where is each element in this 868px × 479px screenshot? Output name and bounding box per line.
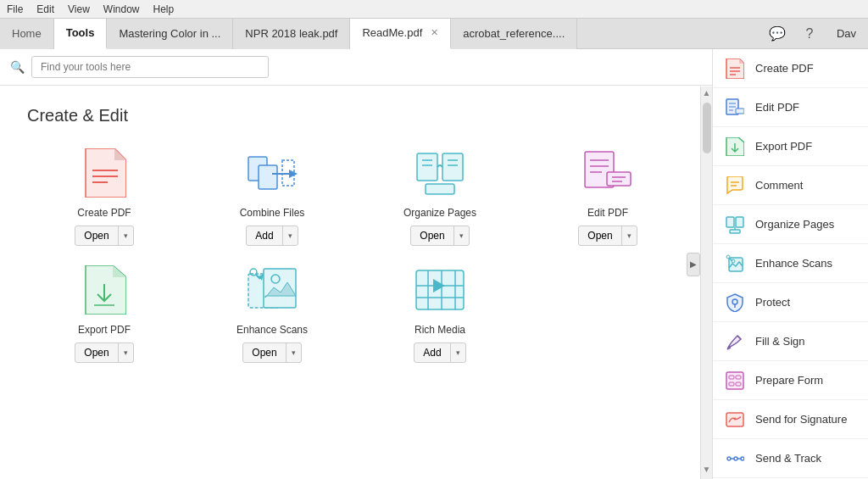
panel-export-pdf-icon — [725, 136, 745, 157]
panel-item-export-pdf[interactable]: Export PDF — [713, 127, 868, 166]
tool-item-edit-pdf: Edit PDF Open ▾ — [531, 146, 685, 246]
svg-point-60 — [726, 255, 730, 259]
tab-npr-label: NPR 2018 leak.pdf — [245, 27, 337, 40]
organize-pages-btn-label: Open — [411, 230, 453, 242]
menu-view[interactable]: View — [68, 3, 90, 15]
svg-rect-6 — [259, 165, 277, 189]
help-button[interactable]: ? — [796, 24, 823, 44]
enhance-scans-name: Enhance Scans — [236, 324, 308, 336]
create-pdf-btn-arrow[interactable]: ▾ — [118, 226, 133, 245]
combine-files-btn[interactable]: Add ▾ — [246, 226, 298, 246]
panel-item-prepare-form[interactable]: Prepare Form — [713, 361, 868, 400]
menu-file[interactable]: File — [7, 3, 23, 15]
tab-nav: Home Tools Mastering Color in ... NPR 20… — [0, 19, 577, 48]
tool-item-export-pdf: Export PDF Open ▾ — [27, 263, 181, 363]
tab-bar: Home Tools Mastering Color in ... NPR 20… — [0, 19, 868, 49]
panel-item-fill-sign[interactable]: Fill & Sign — [713, 322, 868, 361]
panel-item-edit-pdf[interactable]: Edit PDF — [713, 88, 868, 127]
scroll-track: ▲ ▼ — [700, 86, 712, 479]
combine-files-name: Combine Files — [240, 207, 305, 219]
panel-item-send-signature[interactable]: Send for Signature — [713, 400, 868, 439]
tab-readme-close[interactable]: ✕ — [431, 27, 438, 38]
tab-home[interactable]: Home — [0, 19, 54, 49]
tool-item-rich-media: Rich Media Add ▾ — [363, 263, 517, 363]
tool-grid: Create PDF Open ▾ — [27, 146, 685, 363]
right-panel: Create PDF Edit PDF — [712, 49, 868, 479]
scroll-up-arrow[interactable]: ▲ — [701, 86, 712, 99]
create-pdf-btn-label: Open — [75, 230, 117, 242]
rich-media-btn[interactable]: Add ▾ — [414, 343, 465, 363]
tab-readme-label: ReadMe.pdf — [362, 26, 422, 39]
edit-pdf-btn[interactable]: Open ▾ — [578, 226, 637, 246]
panel-edit-pdf-icon — [725, 97, 745, 118]
combine-files-icon — [245, 146, 299, 200]
collapse-panel-btn[interactable]: ▶ — [687, 253, 700, 276]
organize-pages-btn-arrow[interactable]: ▾ — [453, 226, 469, 245]
export-pdf-btn-label: Open — [75, 347, 117, 359]
menu-edit[interactable]: Edit — [36, 3, 54, 15]
panel-comment-icon — [725, 175, 745, 196]
tab-npr[interactable]: NPR 2018 leak.pdf — [233, 19, 350, 49]
tab-mastering-label: Mastering Color in ... — [119, 27, 220, 40]
user-button[interactable]: Dav — [828, 27, 865, 40]
edit-pdf-btn-arrow[interactable]: ▾ — [621, 226, 637, 245]
enhance-scans-btn-arrow[interactable]: ▾ — [286, 343, 301, 362]
chat-button[interactable]: 💬 — [764, 24, 791, 44]
panel-enhance-scans-icon — [725, 253, 745, 274]
search-icon: 🔍 — [10, 60, 25, 74]
create-pdf-btn[interactable]: Open ▾ — [75, 226, 133, 246]
export-pdf-btn-arrow[interactable]: ▾ — [118, 343, 133, 362]
tab-acrobat[interactable]: acrobat_reference.... — [451, 19, 577, 49]
content-area: 🔍 Create & Edit — [0, 49, 712, 479]
svg-rect-66 — [726, 372, 743, 389]
panel-fill-sign-icon — [725, 331, 745, 352]
search-bar: 🔍 — [0, 49, 712, 86]
panel-send-signature-icon — [725, 409, 745, 430]
panel-prepare-form-label: Prepare Form — [755, 374, 823, 387]
panel-send-track-icon — [725, 448, 745, 469]
svg-rect-56 — [730, 230, 740, 233]
scroll-down-arrow[interactable]: ▼ — [701, 463, 712, 476]
svg-rect-55 — [736, 217, 743, 227]
panel-item-comment[interactable]: Comment — [713, 166, 868, 205]
panel-enhance-scans-label: Enhance Scans — [755, 257, 832, 270]
svg-point-74 — [734, 457, 737, 460]
export-pdf-name: Export PDF — [78, 324, 131, 336]
panel-send-track-label: Send & Track — [755, 452, 821, 465]
menu-window[interactable]: Window — [103, 3, 140, 15]
tab-tools[interactable]: Tools — [54, 19, 108, 49]
svg-rect-11 — [442, 153, 463, 181]
svg-point-73 — [727, 457, 731, 460]
panel-item-create-pdf[interactable]: Create PDF — [713, 49, 868, 88]
main-layout: 🔍 Create & Edit — [0, 49, 868, 479]
panel-protect-icon — [725, 292, 745, 313]
create-pdf-icon — [77, 146, 131, 200]
panel-create-pdf-icon — [725, 58, 745, 79]
panel-comment-label: Comment — [755, 179, 803, 192]
edit-pdf-btn-label: Open — [579, 230, 620, 242]
combine-files-btn-arrow[interactable]: ▾ — [282, 226, 298, 245]
enhance-scans-btn[interactable]: Open ▾ — [242, 343, 301, 363]
svg-rect-21 — [607, 172, 631, 186]
rich-media-icon — [413, 263, 467, 317]
edit-pdf-icon — [581, 146, 635, 200]
panel-item-protect[interactable]: Protect — [713, 283, 868, 322]
tab-home-label: Home — [12, 27, 42, 40]
panel-item-organize-pages[interactable]: Organize Pages — [713, 205, 868, 244]
scroll-thumb[interactable] — [703, 103, 711, 153]
search-input[interactable] — [31, 56, 269, 78]
panel-item-enhance-scans[interactable]: Enhance Scans — [713, 244, 868, 283]
menu-help[interactable]: Help — [153, 3, 175, 15]
panel-item-send-track[interactable]: Send & Track — [713, 439, 868, 478]
enhance-scans-btn-label: Open — [243, 347, 285, 359]
svg-marker-9 — [289, 170, 298, 178]
tool-item-enhance-scans: Enhance Scans Open ▾ — [195, 263, 349, 363]
panel-organize-pages-icon — [725, 214, 745, 235]
export-pdf-btn[interactable]: Open ▾ — [75, 343, 133, 363]
tab-readme[interactable]: ReadMe.pdf ✕ — [350, 19, 451, 49]
rich-media-btn-label: Add — [415, 347, 449, 359]
combine-files-btn-label: Add — [247, 230, 281, 242]
tab-mastering[interactable]: Mastering Color in ... — [107, 19, 233, 49]
organize-pages-btn[interactable]: Open ▾ — [410, 226, 469, 246]
rich-media-btn-arrow[interactable]: ▾ — [450, 343, 465, 362]
